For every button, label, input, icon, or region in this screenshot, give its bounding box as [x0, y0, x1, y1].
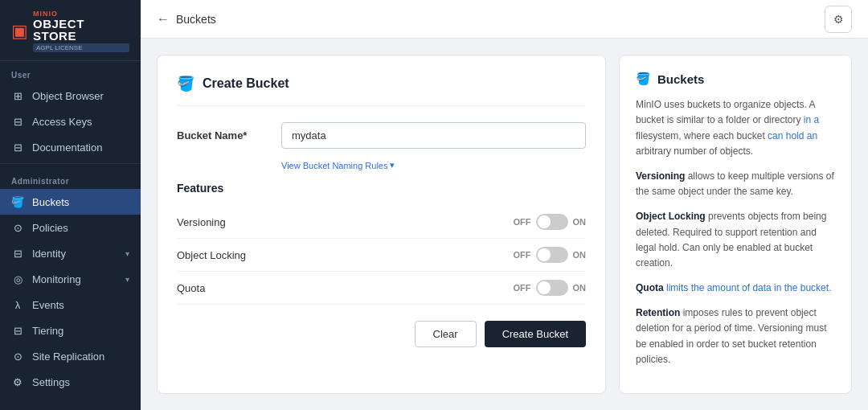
monitor-icon: ◎	[11, 273, 24, 285]
sidebar-item-label: Site Replication	[32, 351, 104, 363]
page-body: 🪣 Create Bucket Bucket Name* View Bucket…	[141, 39, 868, 410]
clear-button[interactable]: Clear	[415, 321, 477, 347]
quota-on-label: ON	[573, 283, 587, 293]
sidebar-item-settings[interactable]: ⚙ Settings	[0, 369, 141, 395]
object-locking-off-label: OFF	[514, 250, 531, 260]
object-locking-toggle[interactable]	[536, 247, 568, 263]
sidebar-item-label: Access Keys	[32, 116, 92, 128]
sidebar-item-monitoring[interactable]: ◎ Monitoring ▾	[0, 266, 141, 292]
bucket-info-icon: 🪣	[636, 72, 651, 86]
sidebar-item-documentation[interactable]: ⊟ Documentation	[0, 134, 141, 160]
bucket-name-input[interactable]	[281, 122, 586, 149]
sidebar-item-access-keys[interactable]: ⊟ Access Keys	[0, 109, 141, 134]
main-content: ← Buckets ⚙ 🪣 Create Bucket Bucket Name*…	[141, 0, 868, 410]
features-label: Features	[177, 182, 586, 195]
sidebar-item-label: Object Browser	[32, 90, 104, 102]
back-arrow-icon[interactable]: ←	[157, 12, 170, 27]
sidebar-item-buckets[interactable]: 🪣 Buckets	[0, 189, 141, 215]
key-icon: ⊟	[11, 115, 24, 128]
sidebar-item-label: Buckets	[32, 196, 69, 208]
chevron-down-icon: ▾	[125, 275, 129, 284]
create-bucket-button[interactable]: Create Bucket	[485, 321, 586, 347]
sidebar-logo: ▣ MINIO OBJECT STORE AGPL LICENSE	[0, 0, 141, 61]
sidebar-item-policies[interactable]: ⊙ Policies	[0, 215, 141, 240]
quota-toggle-control: OFF ON	[514, 280, 587, 296]
chevron-icon: ▾	[390, 160, 395, 170]
info-text-2: Versioning allows to keep multiple versi…	[636, 169, 835, 199]
sidebar-divider	[0, 163, 141, 164]
bucket-title-icon: 🪣	[177, 75, 194, 92]
form-card-title: 🪣 Create Bucket	[177, 75, 586, 106]
object-locking-on-label: ON	[573, 250, 587, 260]
quota-off-label: OFF	[514, 283, 531, 293]
quota-toggle[interactable]	[536, 280, 568, 296]
create-bucket-form-card: 🪣 Create Bucket Bucket Name* View Bucket…	[157, 55, 606, 394]
shield-icon: ⊙	[11, 221, 24, 234]
sidebar-item-identity[interactable]: ⊟ Identity ▾	[0, 240, 141, 266]
versioning-off-label: OFF	[514, 217, 531, 227]
object-locking-label: Object Locking	[177, 249, 246, 261]
logo-tag: AGPL LICENSE	[33, 43, 129, 52]
sidebar: ▣ MINIO OBJECT STORE AGPL LICENSE User ⊞…	[0, 0, 141, 410]
topbar-actions: ⚙	[825, 6, 852, 33]
quota-toggle-row: Quota OFF ON	[177, 272, 586, 305]
object-locking-toggle-row: Object Locking OFF ON	[177, 239, 586, 272]
breadcrumb-current: Buckets	[176, 13, 216, 26]
versioning-label: Versioning	[177, 216, 226, 228]
lambda-icon: λ	[11, 298, 24, 311]
sidebar-item-events[interactable]: λ Events	[0, 292, 141, 318]
sidebar-item-label: Policies	[32, 222, 68, 234]
id-icon: ⊟	[11, 247, 24, 260]
chevron-down-icon: ▾	[125, 249, 129, 258]
info-panel-title: 🪣 Buckets	[636, 72, 835, 86]
sidebar-item-tiering[interactable]: ⊟ Tiering	[0, 318, 141, 343]
versioning-toggle-control: OFF ON	[514, 214, 587, 230]
quota-label: Quota	[177, 282, 205, 294]
info-text-3: Object Locking prevents objects from bei…	[636, 209, 835, 271]
tier-icon: ⊟	[11, 324, 24, 337]
sidebar-item-label: Identity	[32, 248, 66, 260]
bucket-name-label: Bucket Name*	[177, 129, 265, 141]
settings-icon-button[interactable]: ⚙	[825, 6, 852, 33]
info-text-4: Quota limits the amount of data in the b…	[636, 281, 835, 296]
sidebar-item-object-browser[interactable]: ⊞ Object Browser	[0, 83, 141, 109]
admin-section-label: Administrator	[0, 167, 141, 189]
doc-icon: ⊟	[11, 141, 24, 154]
naming-rules-link[interactable]: View Bucket Naming Rules ▾	[281, 160, 586, 170]
sidebar-item-label: Monitoring	[32, 273, 81, 285]
sidebar-item-site-replication[interactable]: ⊙ Site Replication	[0, 343, 141, 369]
bucket-icon: 🪣	[11, 195, 24, 208]
gear-icon: ⚙	[11, 375, 24, 388]
sidebar-item-label: Tiering	[32, 325, 63, 337]
versioning-toggle[interactable]	[536, 214, 568, 230]
versioning-toggle-row: Versioning OFF ON	[177, 206, 586, 239]
info-panel: 🪣 Buckets MinIO uses buckets to organize…	[619, 55, 852, 394]
versioning-on-label: ON	[573, 217, 587, 227]
sidebar-item-label: Documentation	[32, 141, 102, 154]
info-text-5: Retention imposes rules to prevent objec…	[636, 305, 835, 367]
sidebar-item-label: Events	[32, 299, 64, 311]
replicate-icon: ⊙	[11, 350, 24, 363]
breadcrumb: ← Buckets	[157, 12, 216, 27]
user-section-label: User	[0, 61, 141, 83]
bucket-name-field: Bucket Name*	[177, 122, 586, 149]
form-actions: Clear Create Bucket	[177, 321, 586, 347]
info-text-1: MinIO uses buckets to organize objects. …	[636, 97, 835, 159]
grid-icon: ⊞	[11, 89, 24, 102]
sidebar-item-label: Settings	[32, 376, 70, 388]
page-title: Create Bucket	[203, 76, 289, 91]
logo-product: OBJECT STORE	[33, 18, 129, 42]
object-locking-toggle-control: OFF ON	[514, 247, 587, 263]
topbar: ← Buckets ⚙	[141, 0, 868, 39]
